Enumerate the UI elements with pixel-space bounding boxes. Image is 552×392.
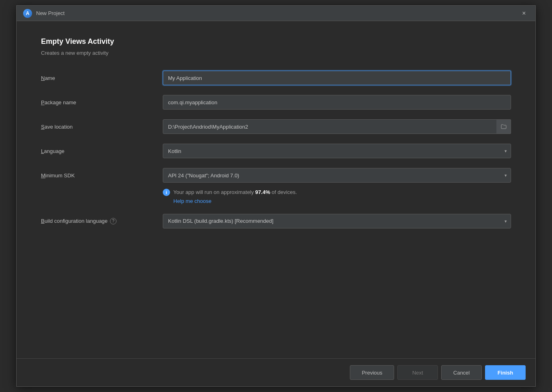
minimum-sdk-row: Minimum SDK API 21 ("Lollipop"; Android … (41, 168, 511, 183)
build-config-label: Build configuration language (41, 218, 108, 224)
dialog-content: Empty Views Activity Creates a new empty… (17, 21, 535, 358)
save-location-label: Save location (41, 124, 163, 130)
name-input[interactable] (163, 71, 511, 85)
minimum-sdk-label: Minimum SDK (41, 172, 163, 179)
minimum-sdk-select-wrapper: API 21 ("Lollipop"; Android 5.0) API 23 … (163, 168, 511, 183)
minimum-sdk-select[interactable]: API 21 ("Lollipop"; Android 5.0) API 23 … (163, 168, 511, 183)
info-percentage: 97.4% (255, 189, 270, 195)
folder-icon (501, 124, 507, 129)
language-select-wrapper: Java Kotlin ▾ (163, 144, 511, 158)
save-location-input[interactable] (163, 119, 511, 134)
info-icon: i (163, 189, 170, 196)
cancel-button[interactable]: Cancel (441, 365, 482, 380)
language-row: Language Java Kotlin ▾ (41, 144, 511, 158)
title-bar: A New Project × (17, 6, 535, 21)
package-name-label: Package name (41, 99, 163, 106)
section-title: Empty Views Activity (41, 37, 511, 46)
previous-button[interactable]: Previous (350, 365, 394, 380)
save-location-input-wrapper (163, 119, 511, 134)
build-config-select-wrapper: Groovy DSL (build.gradle) Kotlin DSL (bu… (163, 214, 511, 228)
close-button[interactable]: × (519, 9, 529, 18)
sdk-info-row: i Your app will run on approximately 97.… (41, 188, 511, 204)
section-subtitle: Creates a new empty activity (41, 50, 511, 56)
title-bar-left: A New Project (23, 9, 65, 18)
language-select[interactable]: Java Kotlin (163, 144, 511, 158)
next-button[interactable]: Next (397, 365, 438, 380)
package-name-input[interactable] (163, 95, 511, 110)
info-text-prefix: Your app will run on approximately (173, 189, 255, 195)
sdk-info-text: i Your app will run on approximately 97.… (163, 188, 511, 196)
app-logo: A (23, 9, 32, 18)
build-config-label-wrapper: Build configuration language ? (41, 218, 163, 224)
build-config-row: Build configuration language ? Groovy DS… (41, 214, 511, 228)
dialog-title: New Project (36, 10, 65, 16)
language-label: Language (41, 148, 163, 154)
package-name-row: Package name (41, 95, 511, 110)
info-text-suffix: of devices. (270, 189, 297, 195)
browse-folder-button[interactable] (496, 119, 511, 134)
finish-button[interactable]: Finish (485, 365, 526, 380)
new-project-dialog: A New Project × Empty Views Activity Cre… (16, 5, 536, 387)
save-location-row: Save location (41, 119, 511, 134)
help-me-choose-link[interactable]: Help me choose (173, 198, 511, 204)
build-config-help-icon[interactable]: ? (110, 218, 116, 224)
name-row: NNameame (41, 71, 511, 85)
name-label: NNameame (41, 75, 163, 81)
dialog-footer: Previous Next Cancel Finish (17, 358, 535, 386)
build-config-select[interactable]: Groovy DSL (build.gradle) Kotlin DSL (bu… (163, 214, 511, 228)
